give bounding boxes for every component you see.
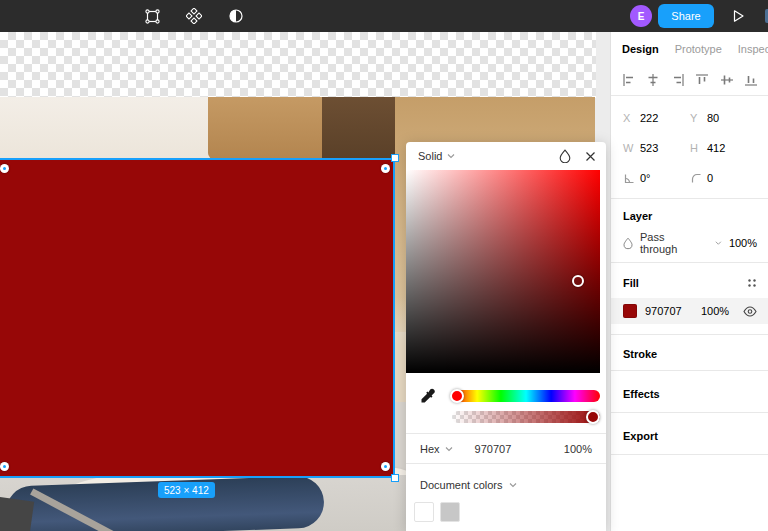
stroke-section-header: Stroke xyxy=(611,342,768,366)
corner-radius-handle-top-right[interactable] xyxy=(381,164,390,173)
document-color-gray[interactable] xyxy=(440,502,460,522)
close-icon[interactable] xyxy=(585,151,596,162)
align-left-icon[interactable] xyxy=(622,73,636,87)
share-button[interactable]: Share xyxy=(658,4,714,28)
fill-section-header: Fill xyxy=(611,270,768,296)
component-glyph xyxy=(186,8,202,24)
chevron-down-icon xyxy=(447,153,455,159)
corner-radius-handle-top-left[interactable] xyxy=(0,164,9,173)
rotation-radius-row: 0° 0 xyxy=(611,164,768,192)
figma-app: E Share xyxy=(0,0,768,531)
eyedropper-glyph xyxy=(419,388,436,405)
align-bottom-icon[interactable] xyxy=(744,73,758,87)
divider xyxy=(611,454,768,455)
panel-tabs: Design Prototype Inspect xyxy=(611,32,768,66)
divider xyxy=(406,463,606,464)
selection-handle-top-right[interactable] xyxy=(391,154,399,162)
fill-hex-input[interactable]: 970707 xyxy=(645,305,693,317)
blend-mode-value[interactable]: Pass through xyxy=(640,231,694,255)
width-input[interactable]: 523 xyxy=(640,142,690,154)
y-label: Y xyxy=(690,112,707,124)
corner-radius-icon xyxy=(690,172,707,185)
height-input[interactable]: 412 xyxy=(707,142,757,154)
align-vertical-center-icon[interactable] xyxy=(720,73,734,87)
tab-prototype[interactable]: Prototype xyxy=(675,43,722,55)
divider xyxy=(611,412,768,413)
export-section-header: Export xyxy=(611,424,768,448)
component-icon[interactable] xyxy=(182,4,206,28)
hue-knob[interactable] xyxy=(450,389,464,403)
divider xyxy=(611,370,768,371)
color-format-label: Hex xyxy=(420,443,440,455)
size-badge: 523 × 412 xyxy=(158,482,215,498)
alpha-knob[interactable] xyxy=(586,410,600,424)
width-label: W xyxy=(623,142,640,154)
mask-icon[interactable] xyxy=(224,4,248,28)
picker-header-icons xyxy=(559,142,596,170)
x-label: X xyxy=(623,112,640,124)
stroke-heading: Stroke xyxy=(623,348,657,360)
chevron-down-icon xyxy=(509,482,517,488)
height-label: H xyxy=(690,142,707,154)
styles-icon[interactable] xyxy=(747,278,757,288)
rotation-input[interactable]: 0° xyxy=(640,172,690,184)
tab-design[interactable]: Design xyxy=(622,43,659,55)
selection-handle-bottom-right[interactable] xyxy=(391,474,399,482)
hue-slider[interactable] xyxy=(452,390,600,402)
corner-radius-handle-bottom-left[interactable] xyxy=(0,462,9,471)
x-input[interactable]: 222 xyxy=(640,112,690,124)
tab-inspect[interactable]: Inspect xyxy=(738,43,768,55)
hex-input[interactable]: 970707 xyxy=(475,443,512,455)
y-input[interactable]: 80 xyxy=(707,112,757,124)
corner-radius-handle-bottom-right[interactable] xyxy=(381,462,390,471)
blend-droplet-icon[interactable] xyxy=(559,149,571,163)
document-colors-dropdown[interactable]: Document colors xyxy=(406,474,606,496)
avatar[interactable]: E xyxy=(630,5,652,27)
layer-section-header: Layer xyxy=(611,204,768,228)
present-icon[interactable] xyxy=(729,7,747,25)
visibility-eye-icon[interactable] xyxy=(743,306,757,317)
export-heading: Export xyxy=(623,430,658,442)
paint-type-dropdown[interactable]: Solid xyxy=(418,150,455,162)
chevron-down-icon xyxy=(445,446,453,452)
top-toolbar: E Share xyxy=(0,0,768,32)
divider xyxy=(611,198,768,199)
color-picker: Solid xyxy=(406,142,606,531)
alignment-toolbar xyxy=(611,66,768,94)
color-format-dropdown[interactable]: Hex xyxy=(420,443,453,455)
opacity-input[interactable]: 100% xyxy=(564,443,592,455)
frame-tool-icon[interactable] xyxy=(140,4,164,28)
photo-dark-corner xyxy=(0,497,34,531)
corner-radius-input[interactable]: 0 xyxy=(707,172,757,184)
align-right-icon[interactable] xyxy=(671,73,685,87)
eyedropper-icon[interactable] xyxy=(419,388,436,405)
effects-heading: Effects xyxy=(623,388,660,400)
transparency-checker xyxy=(0,32,596,98)
fill-color-swatch[interactable] xyxy=(623,304,637,318)
mask-glyph xyxy=(228,8,244,24)
size-row: W 523 H 412 xyxy=(611,134,768,162)
paint-type-label: Solid xyxy=(418,150,442,162)
layer-heading: Layer xyxy=(623,210,652,222)
edit-tools-group xyxy=(140,0,248,32)
chevron-down-icon[interactable] xyxy=(715,240,722,246)
layer-opacity-input[interactable]: 100% xyxy=(729,237,757,249)
rotation-icon xyxy=(623,172,640,185)
divider xyxy=(611,262,768,263)
document-color-white[interactable] xyxy=(414,502,434,522)
align-top-icon[interactable] xyxy=(695,73,709,87)
hex-row: Hex 970707 100% xyxy=(406,434,606,463)
blend-mode-icon xyxy=(623,236,633,250)
frame-tool-glyph xyxy=(144,8,161,25)
properties-panel: Design Prototype Inspect xyxy=(610,32,768,531)
selected-rectangle[interactable] xyxy=(0,158,395,478)
align-horizontal-center-icon[interactable] xyxy=(646,73,660,87)
saturation-value-area[interactable] xyxy=(406,170,600,373)
color-picker-header: Solid xyxy=(406,142,606,170)
fill-opacity-input[interactable]: 100% xyxy=(701,305,729,317)
play-glyph xyxy=(729,7,747,25)
alpha-slider[interactable] xyxy=(452,411,600,423)
fill-heading: Fill xyxy=(623,277,639,289)
color-cursor[interactable] xyxy=(572,275,584,287)
fill-color-row[interactable]: 970707 100% xyxy=(611,298,768,324)
